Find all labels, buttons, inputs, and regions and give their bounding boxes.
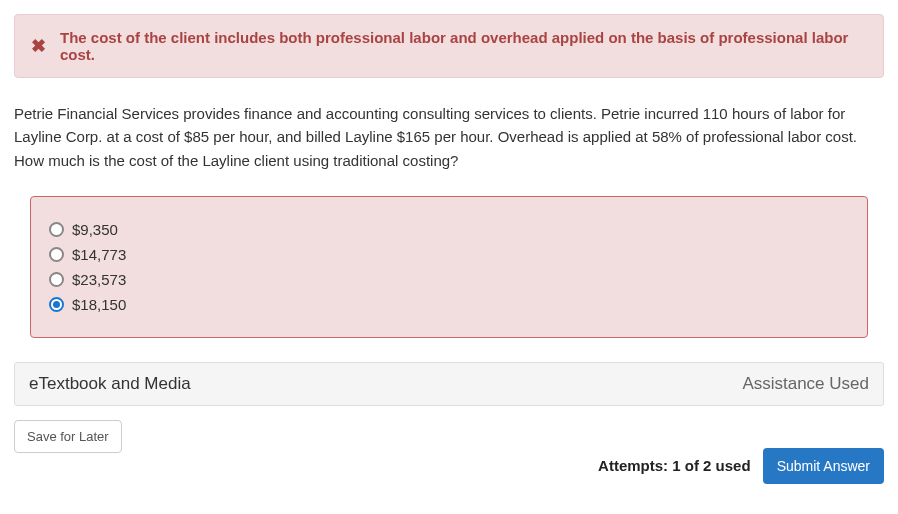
radio-icon[interactable] [49, 272, 64, 287]
question-text: Petrie Financial Services provides finan… [14, 102, 884, 172]
option-label: $9,350 [72, 221, 118, 238]
option-label: $18,150 [72, 296, 126, 313]
answer-options: $9,350 $14,773 $23,573 $18,150 [30, 196, 868, 338]
right-actions: Attempts: 1 of 2 used Submit Answer [598, 448, 884, 484]
radio-icon[interactable] [49, 222, 64, 237]
close-icon[interactable]: ✖ [31, 37, 46, 55]
assistance-used-label: Assistance Used [742, 374, 869, 394]
option-1[interactable]: $14,773 [49, 242, 849, 267]
option-2[interactable]: $23,573 [49, 267, 849, 292]
option-label: $14,773 [72, 246, 126, 263]
bottom-actions: Save for Later Attempts: 1 of 2 used Sub… [14, 420, 884, 484]
option-0[interactable]: $9,350 [49, 217, 849, 242]
option-label: $23,573 [72, 271, 126, 288]
submit-answer-button[interactable]: Submit Answer [763, 448, 884, 484]
option-3[interactable]: $18,150 [49, 292, 849, 317]
attempts-text: Attempts: 1 of 2 used [598, 457, 751, 474]
radio-icon[interactable] [49, 297, 64, 312]
accordion-title: eTextbook and Media [29, 374, 191, 394]
save-for-later-button[interactable]: Save for Later [14, 420, 122, 453]
alert-text: The cost of the client includes both pro… [60, 29, 867, 63]
feedback-alert: ✖ The cost of the client includes both p… [14, 14, 884, 78]
radio-icon[interactable] [49, 247, 64, 262]
accordion-etextbook[interactable]: eTextbook and Media Assistance Used [14, 362, 884, 406]
